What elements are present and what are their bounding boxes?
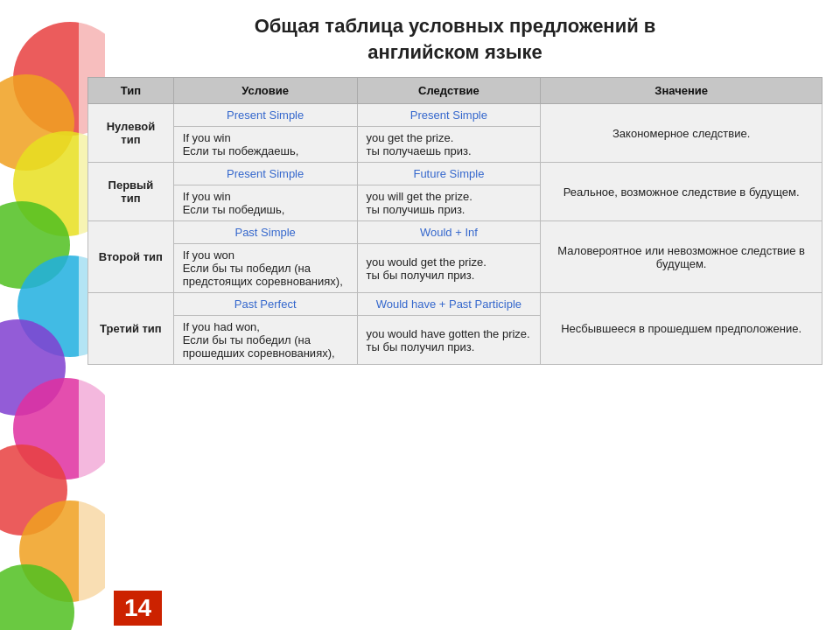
type-second: Второй тип [88,221,174,293]
meaning-zero: Закономерное следствие. [541,104,822,163]
header-consequence: Следствие [357,78,541,104]
cond-label-second: Past Simple [173,221,357,244]
cons-label-second: Would + Inf [357,221,541,244]
type-third: Третий тип [88,293,174,365]
header-condition: Условие [173,78,357,104]
table-row: Нулевой тип Present Simple Present Simpl… [88,104,822,127]
cond-label-first: Present Simple [173,163,357,186]
cons-text-first: you will get the prize.ты получишь приз. [357,186,541,221]
cond-text-zero: If you winЕсли ты побеждаешь, [173,127,357,163]
cond-text-second: If you wonЕсли бы ты победил (на предсто… [173,244,357,293]
page-number: 14 [114,591,162,626]
page-title: Общая таблица условных предложений в анг… [88,13,822,65]
table-row: Второй тип Past Simple Would + Inf Малов… [88,221,822,244]
cond-text-first: If you winЕсли ты победишь, [173,186,357,221]
conditional-table: Тип Условие Следствие Значение Нулевой т… [88,77,822,365]
cons-text-zero: you get the prize.ты получаешь приз. [357,127,541,163]
cond-label-zero: Present Simple [173,104,357,127]
table-row: Третий тип Past Perfect Would have + Pas… [88,293,822,316]
header-meaning: Значение [541,78,822,104]
type-zero: Нулевой тип [88,104,174,163]
cons-label-zero: Present Simple [357,104,541,127]
cond-label-third: Past Perfect [173,293,357,316]
cons-label-third: Would have + Past Participle [357,293,541,316]
cons-label-first: Future Simple [357,163,541,186]
header-type: Тип [88,78,174,104]
cons-text-second: you would get the prize.ты бы получил пр… [357,244,541,293]
content-area: Общая таблица условных предложений в анг… [88,0,822,365]
cond-text-third: If you had won,Если бы ты победил (на пр… [173,316,357,365]
type-first: Первый тип [88,163,174,221]
meaning-third: Несбывшееся в прошедшем предположение. [541,293,822,365]
meaning-first: Реальное, возможное следствие в будущем. [541,163,822,221]
cons-text-third: you would have gotten the prize.ты бы по… [357,316,541,365]
meaning-second: Маловероятное или невозможное следствие … [541,221,822,293]
table-row: Первый тип Present Simple Future Simple … [88,163,822,186]
